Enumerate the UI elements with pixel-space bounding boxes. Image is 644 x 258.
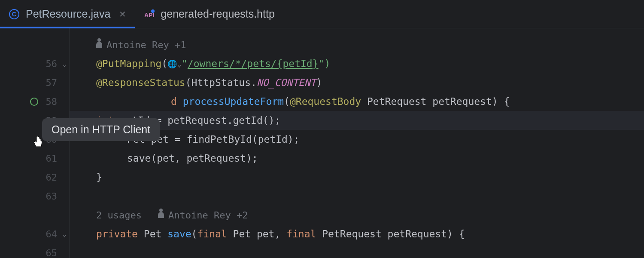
chevron-down-icon[interactable]: ⌄: [62, 60, 67, 68]
author-text: Antoine Rey +2: [168, 210, 248, 221]
line-number: 62: [46, 172, 58, 183]
code-lens-usages[interactable]: 2 usages Antoine Rey +2: [96, 206, 644, 224]
person-icon: [96, 42, 102, 48]
svg-text:C: C: [12, 10, 17, 18]
line-number: 65: [46, 248, 58, 258]
gutter-line[interactable]: 64 ⌄: [0, 224, 69, 243]
code-line[interactable]: [96, 187, 644, 206]
code-line[interactable]: save(pet, petRequest);: [96, 149, 644, 168]
tab-label: PetResource.java: [26, 8, 110, 20]
tab-petresource[interactable]: C PetResource.java ✕: [0, 0, 135, 28]
code-line[interactable]: private Pet save(final Pet pet, final Pe…: [96, 224, 644, 243]
line-number: 58: [46, 96, 58, 107]
line-number: 61: [46, 153, 58, 164]
person-icon: [158, 212, 164, 218]
tab-bar: C PetResource.java ✕ API generated-reque…: [0, 0, 644, 28]
gutter-line[interactable]: 65: [0, 243, 69, 258]
svg-point-3: [151, 9, 155, 13]
close-icon[interactable]: ✕: [119, 9, 126, 19]
gutter-line[interactable]: 56 ⌄: [0, 54, 69, 73]
line-number: 56: [46, 58, 58, 69]
code-line[interactable]: @PutMapping(🌐⌄"/owners/*/pets/{petId}"): [96, 54, 644, 73]
gutter-line[interactable]: 57: [0, 73, 69, 92]
api-icon: API: [143, 9, 155, 20]
code-line[interactable]: }: [96, 168, 644, 187]
tab-generated-requests[interactable]: API generated-requests.http: [135, 0, 283, 28]
code-line[interactable]: d processUpdateForm(@RequestBody PetRequ…: [96, 92, 644, 111]
run-endpoint-icon[interactable]: [30, 98, 38, 106]
tooltip-label: Open in HTTP Client: [52, 123, 150, 135]
cursor-hand-icon: [33, 135, 46, 153]
code-line[interactable]: @ResponseStatus(HttpStatus.NO_CONTENT): [96, 73, 644, 92]
line-number: 64: [46, 229, 58, 240]
author-text: Antoine Rey +1: [106, 40, 186, 50]
class-icon: C: [9, 9, 20, 20]
line-number: 57: [46, 77, 58, 88]
usages-text[interactable]: 2 usages: [96, 210, 142, 221]
code-area[interactable]: Antoine Rey +1 @PutMapping(🌐⌄"/owners/*/…: [70, 28, 644, 258]
gutter-line[interactable]: 63: [0, 187, 69, 206]
code-lens-author[interactable]: Antoine Rey +1: [96, 35, 644, 54]
tab-label: generated-requests.http: [161, 8, 274, 20]
line-number: 63: [46, 191, 58, 202]
gutter-line[interactable]: 58: [0, 92, 69, 111]
editor: 56 ⌄ 57 58 59 💡 60 61 62 63 64 ⌄ 65 Anto…: [0, 28, 644, 258]
gutter-line[interactable]: 62: [0, 168, 69, 187]
tooltip-open-http-client[interactable]: Open in HTTP Client: [42, 118, 160, 141]
chevron-down-icon[interactable]: ⌄: [62, 230, 67, 238]
globe-icon[interactable]: 🌐⌄: [167, 59, 182, 68]
code-line[interactable]: Pet pet = findPetById(petId);: [96, 130, 644, 149]
